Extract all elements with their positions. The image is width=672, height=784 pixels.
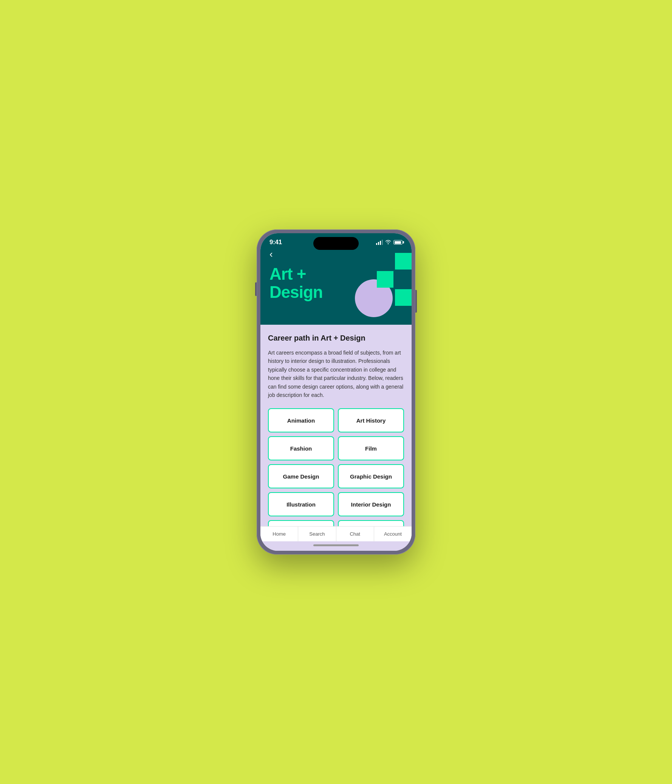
category-button[interactable]: Game Design (268, 464, 334, 488)
nav-item-chat[interactable]: Chat (336, 527, 374, 541)
section-title: Career path in Art + Design (268, 334, 404, 342)
battery-icon (394, 240, 403, 244)
category-button[interactable]: Illustration (268, 492, 334, 516)
back-button[interactable]: ‹ (269, 249, 273, 259)
phone-frame: 9:41 (257, 229, 415, 555)
bottom-nav: HomeSearchChatAccount (260, 526, 412, 541)
category-button[interactable]: UX + UI Design (338, 520, 404, 526)
category-button[interactable]: Film (338, 436, 404, 460)
nav-item-search[interactable]: Search (298, 527, 336, 541)
nav-item-home[interactable]: Home (260, 527, 298, 541)
home-indicator (260, 541, 412, 551)
status-icons (376, 240, 403, 245)
phone-screen: 9:41 (260, 233, 412, 551)
content-area[interactable]: Career path in Art + Design Art careers … (260, 325, 412, 526)
wifi-icon (385, 240, 391, 245)
category-button[interactable]: Fashion (268, 436, 334, 460)
section-body: Art careers encompass a broad field of s… (268, 348, 404, 399)
home-bar (313, 544, 359, 546)
page-title: Art + Design (269, 265, 403, 302)
header-area: ‹ Art + Design (260, 249, 412, 325)
category-button[interactable]: Photography (268, 520, 334, 526)
category-button[interactable]: Graphic Design (338, 464, 404, 488)
nav-item-account[interactable]: Account (374, 527, 412, 541)
category-button[interactable]: Interior Design (338, 492, 404, 516)
status-time: 9:41 (269, 238, 282, 246)
categories-grid: AnimationArt HistoryFashionFilmGame Desi… (268, 408, 404, 526)
signal-icon (376, 240, 383, 245)
dynamic-island (313, 237, 359, 250)
category-button[interactable]: Animation (268, 408, 334, 432)
category-button[interactable]: Art History (338, 408, 404, 432)
